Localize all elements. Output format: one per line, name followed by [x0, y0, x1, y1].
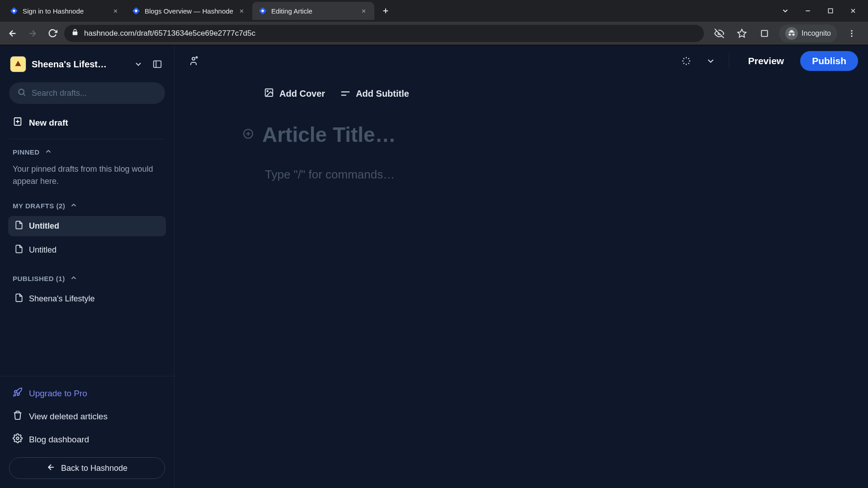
incognito-profile-chip[interactable]: Incognito: [779, 24, 837, 42]
add-cover-label: Add Cover: [279, 89, 325, 99]
close-icon[interactable]: [111, 7, 119, 15]
window-controls: [779, 5, 864, 17]
published-item[interactable]: Sheena's Lifestyle: [8, 289, 166, 309]
chevron-up-icon: [70, 274, 78, 283]
section-label: MY DRAFTS (2): [13, 202, 65, 210]
draft-item[interactable]: Untitled: [8, 240, 166, 260]
svg-point-15: [192, 57, 195, 60]
ai-sparkle-icon[interactable]: [677, 52, 695, 70]
search-drafts[interactable]: [9, 82, 165, 104]
article-title-input[interactable]: [262, 122, 624, 147]
blog-selector[interactable]: Sheena's Lifest…: [0, 52, 174, 79]
section-label: PINNED: [13, 148, 40, 156]
document-icon: [14, 221, 24, 232]
incognito-icon: [785, 27, 798, 40]
chevron-up-icon: [70, 201, 78, 211]
trash-icon: [13, 410, 23, 422]
chevron-down-icon[interactable]: [132, 57, 145, 71]
back-button[interactable]: [5, 25, 21, 42]
published-title: Sheena's Lifestyle: [29, 294, 95, 304]
my-drafts-section-header[interactable]: MY DRAFTS (2): [0, 197, 174, 214]
blog-dashboard[interactable]: Blog dashboard: [0, 428, 174, 451]
hashnode-favicon-icon: [132, 7, 140, 15]
close-icon[interactable]: [238, 7, 246, 15]
panel-toggle-icon[interactable]: [151, 57, 164, 71]
draft-title: Untitled: [29, 221, 59, 231]
add-subtitle-label: Add Subtitle: [356, 89, 409, 99]
article-body[interactable]: Type "/" for commands…: [202, 168, 690, 182]
editor-header-actions: Add Cover Add Subtitle: [202, 88, 690, 100]
draft-item[interactable]: Untitled: [8, 216, 166, 236]
address-bar: hashnode.com/draft/65713634e5ce69e2777c7…: [0, 22, 868, 45]
new-draft-label: New draft: [29, 118, 68, 128]
tab-bar: Sign in to Hashnode Blogs Overview — Has…: [0, 0, 868, 22]
add-subtitle-button[interactable]: Add Subtitle: [340, 88, 409, 100]
reload-button[interactable]: [44, 25, 61, 42]
subtitle-icon: [340, 89, 350, 99]
url-input[interactable]: hashnode.com/draft/65713634e5ce69e2777c7…: [64, 25, 704, 42]
pinned-empty-text: Your pinned drafts from this blog would …: [0, 160, 174, 193]
close-icon[interactable]: [360, 7, 368, 15]
extensions-icon[interactable]: [756, 25, 773, 42]
back-to-hashnode-button[interactable]: Back to Hashnode: [9, 457, 165, 479]
chevron-up-icon: [44, 147, 52, 157]
published-section-header[interactable]: PUBLISHED (1): [0, 270, 174, 287]
document-icon: [14, 244, 24, 256]
upgrade-to-pro[interactable]: Upgrade to Pro: [0, 382, 174, 405]
sidebar-bottom: Upgrade to Pro View deleted articles Blo…: [0, 376, 174, 481]
hashnode-favicon-icon: [259, 7, 267, 15]
browser-tab-active[interactable]: Editing Article: [252, 2, 374, 20]
tab-title: Blogs Overview — Hashnode: [145, 7, 233, 15]
upgrade-label: Upgrade to Pro: [29, 389, 87, 399]
plus-document-icon: [13, 117, 23, 129]
editor-main: Preview Publish Add Cover Add Subtitle: [175, 45, 868, 488]
draft-title: Untitled: [29, 245, 57, 255]
preview-button[interactable]: Preview: [738, 51, 794, 71]
chevron-down-icon[interactable]: [702, 52, 720, 70]
search-input[interactable]: [32, 89, 157, 98]
browser-tab[interactable]: Sign in to Hashnode: [4, 2, 126, 20]
app-root: Sheena's Lifest… New draft PINNED Your p…: [0, 45, 868, 488]
kebab-menu-icon[interactable]: [844, 25, 860, 42]
blog-name: Sheena's Lifest…: [32, 59, 126, 70]
browser-chrome: Sign in to Hashnode Blogs Overview — Has…: [0, 0, 868, 45]
chevron-down-icon[interactable]: [779, 5, 791, 17]
svg-point-16: [196, 57, 198, 58]
eye-off-icon[interactable]: [711, 25, 727, 42]
publish-button[interactable]: Publish: [800, 51, 858, 71]
deleted-label: View deleted articles: [29, 412, 108, 422]
view-deleted-articles[interactable]: View deleted articles: [0, 405, 174, 428]
gear-icon: [13, 433, 23, 446]
editor-topbar: Preview Publish: [175, 45, 868, 77]
add-block-icon[interactable]: [242, 128, 254, 141]
maximize-icon[interactable]: [825, 5, 836, 17]
editor-body: Add Cover Add Subtitle Type "/" for comm…: [175, 77, 717, 192]
search-icon: [17, 88, 26, 99]
tab-title: Editing Article: [271, 7, 355, 15]
hashnode-favicon-icon: [10, 7, 18, 15]
svg-rect-11: [154, 61, 161, 68]
new-tab-button[interactable]: [378, 3, 393, 19]
add-cover-button[interactable]: Add Cover: [264, 88, 325, 100]
close-window-icon[interactable]: [847, 5, 859, 17]
minimize-icon[interactable]: [802, 5, 814, 17]
body-placeholder: Type "/" for commands…: [265, 168, 395, 181]
svg-point-14: [16, 437, 19, 440]
divider: [729, 53, 729, 69]
svg-point-8: [851, 30, 852, 31]
svg-rect-7: [761, 30, 767, 36]
svg-point-12: [19, 89, 24, 94]
collaborators-icon[interactable]: [184, 52, 203, 70]
svg-point-5: [261, 9, 264, 12]
svg-rect-6: [828, 9, 832, 13]
image-icon: [264, 88, 274, 100]
lock-icon: [71, 28, 79, 38]
bookmark-star-icon[interactable]: [734, 25, 750, 42]
browser-tab[interactable]: Blogs Overview — Hashnode: [126, 2, 252, 20]
rocket-icon: [13, 387, 23, 399]
svg-point-9: [851, 33, 852, 34]
pinned-section-header[interactable]: PINNED: [0, 144, 174, 160]
new-draft-button[interactable]: New draft: [0, 111, 174, 134]
forward-button[interactable]: [24, 25, 41, 42]
section-label: PUBLISHED (1): [13, 275, 65, 282]
